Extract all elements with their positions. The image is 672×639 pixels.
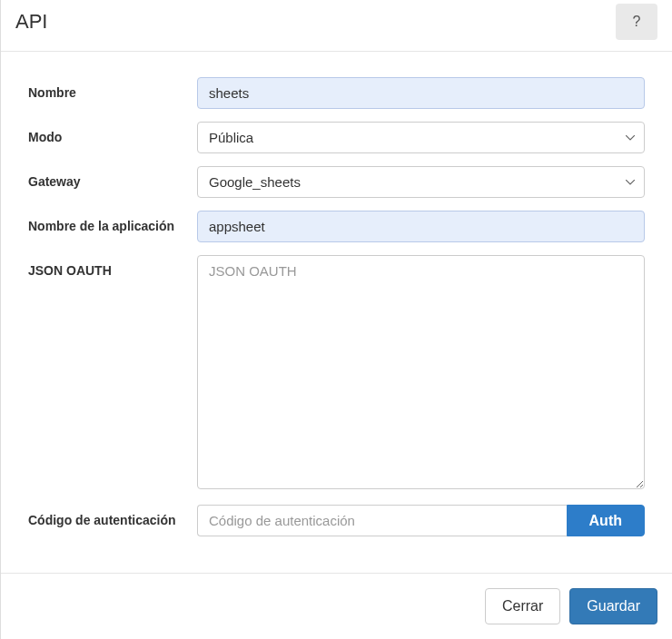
row-json-oauth: JSON OAUTH <box>28 255 645 492</box>
label-json-oauth: JSON OAUTH <box>28 255 197 280</box>
json-oauth-textarea[interactable] <box>197 255 645 489</box>
label-mode: Modo <box>28 122 197 146</box>
row-auth-code: Código de autenticación Auth <box>28 505 645 536</box>
mode-select[interactable]: Pública <box>197 122 645 153</box>
api-modal: API ? Nombre Modo Pública Gateway Google… <box>0 0 672 639</box>
label-auth-code: Código de autenticación <box>28 505 197 529</box>
appname-input[interactable] <box>197 211 645 242</box>
label-appname: Nombre de la aplicación <box>28 211 197 235</box>
modal-header: API ? <box>1 0 672 52</box>
modal-body: Nombre Modo Pública Gateway Google_sheet… <box>1 52 672 573</box>
auth-code-input[interactable] <box>197 505 567 536</box>
auth-button[interactable]: Auth <box>567 505 645 536</box>
page-title: API <box>15 10 47 34</box>
row-mode: Modo Pública <box>28 122 645 153</box>
close-button[interactable]: Cerrar <box>485 588 560 624</box>
label-name: Nombre <box>28 77 197 102</box>
save-button[interactable]: Guardar <box>569 588 657 624</box>
row-name: Nombre <box>28 77 645 109</box>
label-gateway: Gateway <box>28 166 197 191</box>
help-button[interactable]: ? <box>616 4 657 40</box>
name-input[interactable] <box>197 77 645 109</box>
gateway-select[interactable]: Google_sheets <box>197 166 645 198</box>
auth-input-group: Auth <box>197 505 645 536</box>
modal-footer: Cerrar Guardar <box>1 573 672 639</box>
row-gateway: Gateway Google_sheets <box>28 166 645 198</box>
row-appname: Nombre de la aplicación <box>28 211 645 242</box>
